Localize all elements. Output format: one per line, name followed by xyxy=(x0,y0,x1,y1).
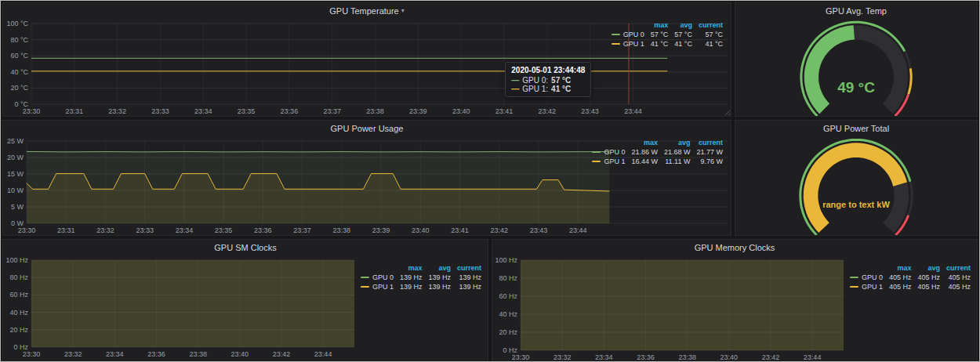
svg-text:23:30: 23:30 xyxy=(23,107,41,115)
gpu-memory-clocks-legend: maxavgcurrentGPU 0405 Hz405 Hz405 HzGPU … xyxy=(847,255,977,362)
gpu-memory-clocks-chart[interactable]: 23:3023:3223:3423:3623:3823:4023:4223:44… xyxy=(492,255,847,362)
panel-title-gpu-power-total[interactable]: GPU Power Total xyxy=(735,121,977,136)
svg-text:23:38: 23:38 xyxy=(333,226,351,234)
series-color-icon: — xyxy=(511,85,519,93)
svg-text:23:44: 23:44 xyxy=(624,107,642,115)
panel-gpu-power-total: GPU Power Total range to text kW xyxy=(735,120,978,236)
series-color-icon: — xyxy=(511,76,519,85)
tooltip-timestamp: 2020-05-01 23:44:48 xyxy=(511,66,585,74)
svg-text:20 °C: 20 °C xyxy=(10,84,28,92)
gauge-value-text: range to text kW xyxy=(735,200,977,209)
svg-text:60 °C: 60 °C xyxy=(10,52,28,60)
legend-series-row[interactable]: GPU 0139 Hz139 Hz139 Hz xyxy=(358,273,485,282)
svg-text:23:42: 23:42 xyxy=(539,107,557,115)
svg-text:23:41: 23:41 xyxy=(495,107,514,115)
panel-gpu-avg-temp: GPU Avg. Temp 49 °C xyxy=(735,2,978,117)
series-color-icon xyxy=(592,161,601,162)
svg-text:5 W: 5 W xyxy=(11,203,24,211)
legend-series-row[interactable]: GPU 141 °C41 °C41 °C xyxy=(608,39,726,49)
legend-series-row[interactable]: GPU 116.44 W11.11 W9.76 W xyxy=(589,157,726,166)
svg-text:23:44: 23:44 xyxy=(804,353,822,361)
svg-text:80 Hz: 80 Hz xyxy=(499,274,517,282)
legend-series-row[interactable]: GPU 1405 Hz405 Hz405 Hz xyxy=(847,282,974,291)
svg-text:23:36: 23:36 xyxy=(281,107,299,115)
dashboard-row-3: GPU SM Clocks 23:3023:3223:3423:3623:382… xyxy=(2,239,978,362)
tooltip-series-label: GPU 1: xyxy=(522,85,548,93)
panel-title-gpu-sm-clocks[interactable]: GPU SM Clocks xyxy=(3,240,488,255)
svg-text:23:40: 23:40 xyxy=(720,353,739,361)
gpu-power-usage-legend: maxavgcurrentGPU 021.86 W21.68 W21.77 WG… xyxy=(589,138,726,166)
svg-text:23:34: 23:34 xyxy=(106,350,124,358)
panel-title-text: GPU Power Usage xyxy=(331,124,404,133)
panel-title-gpu-memory-clocks[interactable]: GPU Memory Clocks xyxy=(492,240,977,255)
gpu-avg-temp-gauge: 49 °C xyxy=(735,19,977,116)
svg-text:15 W: 15 W xyxy=(7,170,24,178)
svg-text:0 °C: 0 °C xyxy=(14,100,28,108)
tooltip-series-label: GPU 0: xyxy=(522,76,548,85)
series-color-icon xyxy=(612,34,620,35)
panel-title-text: GPU Memory Clocks xyxy=(695,243,775,252)
gpu-temperature-chart[interactable]: 23:3023:3123:3223:3323:3423:3523:3623:37… xyxy=(3,19,731,116)
grafana-dashboard: GPU Temperature ▾ 23:3023:3123:3223:3323… xyxy=(0,0,980,362)
gauge-value-text: 49 °C xyxy=(735,79,977,96)
chart-tooltip: 2020-05-01 23:44:48 — GPU 0: 57 °C — GPU… xyxy=(505,62,591,97)
svg-text:20 W: 20 W xyxy=(7,154,24,161)
svg-text:23:36: 23:36 xyxy=(254,226,272,234)
svg-text:23:44: 23:44 xyxy=(569,226,587,234)
series-color-icon xyxy=(850,286,858,288)
svg-text:23:34: 23:34 xyxy=(194,107,212,115)
panel-title-text: GPU Power Total xyxy=(823,124,889,133)
series-color-icon xyxy=(361,286,369,288)
svg-text:25 W: 25 W xyxy=(7,137,24,145)
svg-text:23:40: 23:40 xyxy=(452,107,470,115)
svg-text:23:43: 23:43 xyxy=(530,226,548,234)
svg-text:23:36: 23:36 xyxy=(147,350,165,358)
panel-gpu-memory-clocks: GPU Memory Clocks 23:3023:3223:3423:3623… xyxy=(492,239,978,362)
svg-text:23:32: 23:32 xyxy=(96,226,114,234)
series-color-icon xyxy=(612,43,620,45)
svg-text:80 °C: 80 °C xyxy=(10,36,28,44)
svg-text:23:39: 23:39 xyxy=(372,226,390,234)
svg-text:23:44: 23:44 xyxy=(314,350,332,358)
panel-title-gpu-power-usage[interactable]: GPU Power Usage xyxy=(3,121,731,136)
svg-text:23:31: 23:31 xyxy=(66,107,84,115)
legend-series-row[interactable]: GPU 1139 Hz139 Hz139 Hz xyxy=(358,282,485,291)
svg-text:23:32: 23:32 xyxy=(64,350,82,358)
legend-series-row[interactable]: GPU 021.86 W21.68 W21.77 W xyxy=(589,147,726,157)
svg-text:23:42: 23:42 xyxy=(490,226,508,234)
svg-text:100 Hz: 100 Hz xyxy=(5,256,28,264)
svg-text:60 Hz: 60 Hz xyxy=(9,291,28,299)
svg-text:23:35: 23:35 xyxy=(238,107,256,115)
gpu-power-usage-chart[interactable]: 23:3023:3123:3223:3323:3423:3523:3623:37… xyxy=(3,136,731,235)
svg-text:23:38: 23:38 xyxy=(678,353,696,361)
series-color-icon xyxy=(361,277,369,278)
panel-title-gpu-temperature[interactable]: GPU Temperature ▾ xyxy=(3,3,731,19)
svg-text:0 Hz: 0 Hz xyxy=(13,343,28,351)
panel-gpu-power-usage: GPU Power Usage 23:3023:3123:3223:3323:3… xyxy=(2,120,731,236)
dashboard-row-2: GPU Power Usage 23:3023:3123:3223:3323:3… xyxy=(2,120,978,236)
gpu-sm-clocks-chart[interactable]: 23:3023:3223:3423:3623:3823:4023:4223:44… xyxy=(3,255,358,362)
svg-text:23:35: 23:35 xyxy=(215,226,233,234)
svg-text:100 °C: 100 °C xyxy=(6,20,28,27)
legend-series-row[interactable]: GPU 0405 Hz405 Hz405 Hz xyxy=(847,273,974,282)
tooltip-series-value: 41 °C xyxy=(551,85,571,93)
svg-text:23:39: 23:39 xyxy=(409,107,427,115)
svg-text:23:37: 23:37 xyxy=(293,226,311,234)
legend-series-row[interactable]: GPU 057 °C57 °C57 °C xyxy=(608,30,726,39)
chevron-down-icon: ▾ xyxy=(401,8,405,14)
svg-text:23:34: 23:34 xyxy=(176,226,194,234)
svg-text:60 Hz: 60 Hz xyxy=(499,292,517,300)
svg-text:23:36: 23:36 xyxy=(637,353,655,361)
svg-text:23:43: 23:43 xyxy=(581,107,599,115)
svg-text:23:30: 23:30 xyxy=(512,353,530,361)
svg-text:23:42: 23:42 xyxy=(762,353,780,361)
panel-title-gpu-avg-temp[interactable]: GPU Avg. Temp xyxy=(735,3,977,19)
panel-gpu-temperature: GPU Temperature ▾ 23:3023:3123:3223:3323… xyxy=(2,2,731,117)
svg-text:23:30: 23:30 xyxy=(18,226,36,234)
svg-text:23:30: 23:30 xyxy=(23,350,41,358)
svg-text:23:33: 23:33 xyxy=(136,226,154,234)
svg-text:23:32: 23:32 xyxy=(554,353,572,361)
svg-text:20 Hz: 20 Hz xyxy=(499,328,517,336)
svg-text:23:38: 23:38 xyxy=(189,350,207,358)
series-color-icon xyxy=(850,277,858,278)
